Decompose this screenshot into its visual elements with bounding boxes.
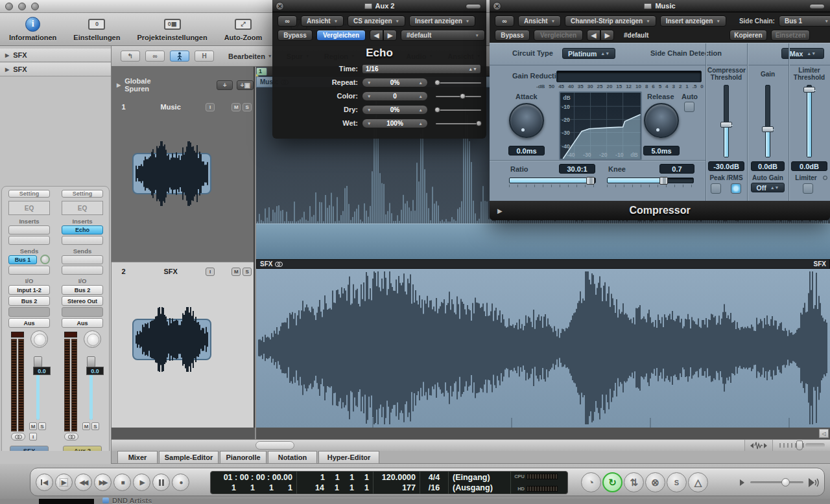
repeat-slider[interactable]	[436, 80, 481, 86]
bypass-button[interactable]: Bypass	[495, 30, 530, 41]
peak-checkbox[interactable]	[711, 183, 721, 194]
limiter-threshold-value[interactable]: 0.0dB	[791, 161, 827, 171]
close-icon[interactable]: ✕	[493, 2, 501, 10]
play-button[interactable]: ▶	[133, 474, 150, 491]
eq-display[interactable]: EQ	[62, 201, 103, 215]
cycle-button[interactable]: ↻	[602, 472, 622, 492]
knee-slider[interactable]	[607, 178, 694, 184]
forward-button[interactable]: ▶▶	[94, 474, 112, 491]
knee-value[interactable]: 0.7	[659, 164, 694, 174]
tab-notation[interactable]: Notation	[268, 451, 317, 464]
output-slot[interactable]: Bus 2	[8, 296, 50, 306]
track-row-sfx[interactable]: 2 SFX I M S	[112, 263, 254, 280]
minimize-window-icon[interactable]	[18, 3, 26, 10]
link-button[interactable]: ∞	[278, 16, 297, 27]
compressor-threshold-slider[interactable]	[720, 85, 732, 157]
repeat-stepper[interactable]: ▼0%▲	[362, 78, 428, 87]
send-slot-2[interactable]	[62, 266, 103, 275]
solo-button[interactable]: S	[243, 103, 252, 111]
h-tool-button[interactable]: H	[195, 51, 214, 62]
fader-handle[interactable]	[34, 356, 42, 367]
preset-menu[interactable]: #default▼	[401, 30, 485, 41]
setting-button[interactable]: Setting	[62, 190, 103, 198]
pan-knob[interactable]	[84, 330, 101, 348]
compare-button[interactable]: Vergleichen	[534, 30, 583, 41]
ansicht-menu[interactable]: Ansicht▼	[518, 16, 561, 27]
rewind-button[interactable]: ◀◀	[75, 474, 92, 491]
input-slot[interactable]: Input 1-2	[8, 285, 50, 295]
add-track-button[interactable]: +	[217, 80, 233, 90]
pause-button[interactable]	[152, 474, 170, 491]
minimize-icon[interactable]	[466, 4, 481, 9]
zoom-slider-handle[interactable]	[796, 441, 803, 450]
toolbar-projekteinstellungen-button[interactable]: 0▦ Projekteinstellungen	[137, 16, 207, 41]
compressor-window-titlebar[interactable]: ✕ Music	[490, 0, 830, 12]
gain-slider[interactable]	[762, 85, 774, 157]
go-to-beginning-button[interactable]: ◀	[36, 474, 53, 491]
track-row-music[interactable]: 1 Music I M S	[112, 98, 254, 115]
input-monitor-button[interactable]: I	[29, 433, 37, 441]
transport-lcd[interactable]: 01 : 00 : 00 : 00.00 1111 1111 14111 120…	[210, 471, 568, 494]
stereo-format-button[interactable]	[11, 433, 25, 441]
record-button[interactable]: ●	[172, 474, 189, 491]
autopunch-button[interactable]: ⇅	[624, 472, 644, 492]
toolbar-einstellungen-button[interactable]: 0 Einstellungen	[73, 16, 120, 41]
fader-value[interactable]: 0.0	[86, 367, 104, 375]
solo-button[interactable]: S	[38, 422, 46, 430]
compressor-threshold-value[interactable]: -30.0dB	[708, 161, 744, 171]
bypass-button[interactable]: Bypass	[278, 30, 313, 41]
tab-pianorolle[interactable]: Pianorolle	[220, 451, 267, 464]
play-from-selection-button[interactable]: ▶	[55, 474, 73, 491]
tuner-button[interactable]: ◔	[581, 472, 601, 492]
time-dropdown[interactable]: 1/16 ▲▼	[362, 64, 481, 74]
pointer-tool-button[interactable]	[170, 51, 189, 62]
input-monitor-button[interactable]: I	[206, 268, 215, 276]
toolbar-auto-zoom-button[interactable]: ⤢ Auto-Zoom	[224, 16, 263, 41]
tab-sample-editor[interactable]: Sample-Editor	[159, 451, 219, 464]
zoom-slider-track[interactable]	[805, 443, 825, 448]
auto-release-checkbox[interactable]	[684, 102, 694, 112]
close-window-icon[interactable]	[5, 3, 13, 10]
link-button[interactable]: ∞	[495, 16, 514, 27]
dry-stepper[interactable]: ▼0%▲	[362, 105, 428, 115]
solo-mode-button[interactable]: S	[667, 472, 687, 492]
insert-slot-1[interactable]	[8, 225, 50, 235]
insert-slot-2[interactable]	[8, 236, 50, 245]
lcd-signature-section[interactable]: 4/4 /16	[420, 472, 449, 494]
back-tool-button[interactable]: ↰	[121, 51, 140, 62]
fader-handle[interactable]	[87, 356, 95, 367]
insert-slot-echo[interactable]: Echo	[62, 225, 103, 235]
eq-display[interactable]: EQ	[8, 201, 50, 215]
preset-menu[interactable]: #default	[618, 30, 709, 41]
automation-mode-slot[interactable]: Aus	[8, 318, 50, 328]
mute-button[interactable]: M	[82, 422, 90, 430]
replace-button[interactable]: ⊗	[645, 472, 665, 492]
rms-checkbox[interactable]	[731, 183, 741, 194]
insert-anzeigen-menu[interactable]: Insert anzeigen▼	[409, 16, 475, 27]
solo-button[interactable]: S	[91, 422, 99, 430]
master-volume-slider[interactable]	[750, 481, 803, 483]
menu-bearbeiten[interactable]: Bearbeiten▼	[228, 52, 272, 60]
ratio-slider[interactable]	[509, 178, 596, 184]
lcd-time-section[interactable]: 01 : 00 : 00 : 00.00 1111	[211, 472, 297, 494]
tab-hyper-editor[interactable]: Hyper-Editor	[318, 451, 379, 464]
color-slider[interactable]	[436, 93, 481, 100]
master-volume-handle[interactable]	[781, 478, 790, 487]
side-chain-menu[interactable]: Bus 1▼	[779, 16, 830, 27]
dry-slider[interactable]	[436, 107, 481, 113]
inspector-header-sfx-2[interactable]: ▶ SFX	[0, 63, 111, 76]
limiter-checkbox[interactable]	[803, 183, 813, 194]
attack-value[interactable]: 0.0ms	[508, 146, 545, 155]
insert-anzeigen-menu[interactable]: Insert anzeigen▼	[660, 16, 726, 27]
pan-knob[interactable]	[30, 330, 48, 348]
input-monitor-button[interactable]: I	[206, 103, 215, 111]
solo-button[interactable]: S	[243, 268, 252, 276]
inspector-header-sfx-1[interactable]: ▶ SFX	[0, 49, 111, 62]
wet-stepper[interactable]: ▼100%▲	[362, 119, 428, 128]
previous-preset-button[interactable]: ◀	[370, 30, 383, 41]
circuit-type-dropdown[interactable]: Platinum▲▼	[562, 48, 615, 59]
ratio-value[interactable]: 30.0:1	[559, 164, 595, 174]
group-slot[interactable]	[8, 307, 50, 317]
output-slot[interactable]: Stereo Out	[62, 296, 103, 306]
add-multiple-tracks-button[interactable]: +▣	[237, 80, 254, 90]
